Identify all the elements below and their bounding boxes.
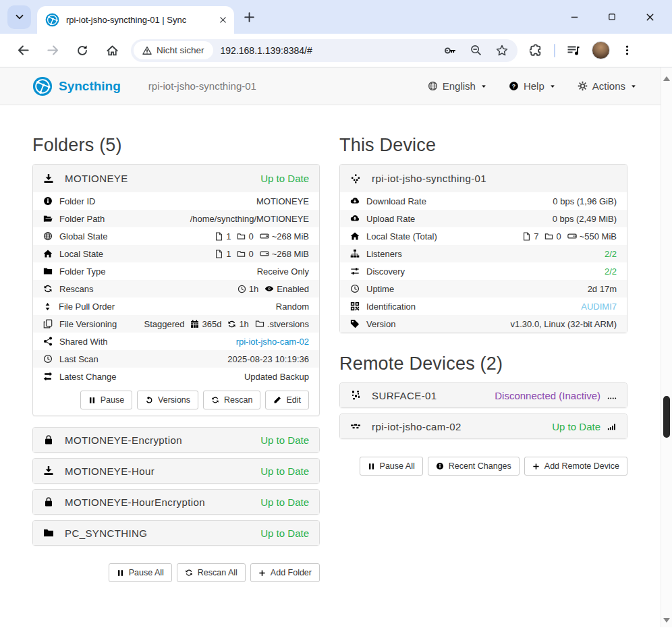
gear-icon <box>578 81 588 91</box>
media-playlist-icon[interactable] <box>567 44 580 57</box>
row-value: 1h Enabled <box>237 284 309 294</box>
password-key-icon[interactable] <box>444 45 456 57</box>
browser-menu-icon[interactable] <box>621 45 633 56</box>
hdd-icon <box>567 231 577 241</box>
row-label: File Pull Order <box>59 302 115 312</box>
table-row: File Pull Order Random <box>33 297 319 315</box>
reload-button[interactable] <box>74 42 90 59</box>
plus-icon <box>258 569 266 577</box>
table-row: Local State (Total) 7 0 ~550 MiB <box>340 227 627 245</box>
security-chip[interactable]: Nicht sicher <box>134 41 213 59</box>
size-value: ~550 MiB <box>580 231 617 241</box>
row-label: Local State <box>59 249 103 259</box>
remote-device-header[interactable]: SURFACE-01 Disconnected (Inactive) <box>340 383 627 407</box>
maximize-icon <box>607 12 617 22</box>
folder-panel-header[interactable]: PC_SYNCTHING Up to Date <box>33 521 319 545</box>
this-device-table: Download Rate 0 bps (1,96 GiB) Upload Ra… <box>340 192 627 333</box>
chevron-down-icon <box>14 11 25 22</box>
remote-device-header[interactable]: rpi-iot-jsho-cam-02 Up to Date <box>340 414 627 438</box>
profile-avatar[interactable] <box>592 41 610 59</box>
pause-icon <box>117 569 124 577</box>
versioning-path: .stversions <box>267 319 309 329</box>
scrollbar-thumb[interactable] <box>663 396 670 438</box>
edit-button[interactable]: Edit <box>265 391 309 409</box>
zoom-out-icon[interactable] <box>470 45 482 56</box>
this-device-header[interactable]: rpi-iot-jsho-syncthing-01 <box>340 165 627 192</box>
size-value: ~268 MiB <box>272 231 309 241</box>
row-value: Staggered 365d 1h .stversions <box>144 319 309 329</box>
add-remote-device-button[interactable]: Add Remote Device <box>524 457 627 476</box>
caret-down-icon <box>549 83 556 90</box>
folder-outline-icon <box>237 250 246 258</box>
home-icon <box>106 44 119 57</box>
scrollbar-down-arrow[interactable] <box>663 618 670 623</box>
this-device-panel: rpi-iot-jsho-syncthing-01 Download Rate … <box>339 164 627 333</box>
navbar-device-title: rpi-iot-jsho-syncthing-01 <box>148 80 256 92</box>
window-maximize-button[interactable] <box>603 8 621 26</box>
table-row: Global State 1 0 ~268 MiB <box>33 227 319 245</box>
shared-device-link[interactable]: rpi-iot-jsho-cam-02 <box>236 337 309 347</box>
folder-panel-header[interactable]: MOTIONEYE-Encryption Up to Date <box>33 428 319 452</box>
folder-panel-header[interactable]: MOTIONEYE-HourEncryption Up to Date <box>33 490 319 514</box>
browser-tab[interactable]: rpi-iot-jsho-syncthing-01 | Sync <box>37 6 234 34</box>
table-row: Version v1.30.0, Linux (32-bit ARM) <box>340 315 627 333</box>
folder-panel-header[interactable]: MOTIONEYE Up to Date <box>33 165 319 192</box>
actions-menu[interactable]: Actions <box>578 80 637 92</box>
folder-name: PC_SYNCTHING <box>65 527 147 539</box>
tab-close-button[interactable] <box>217 14 229 26</box>
devices-column: This Device rpi-iot-jsho-syncthing-01 Do… <box>339 105 627 582</box>
omnibox-icons <box>444 45 508 57</box>
forward-button[interactable] <box>45 42 61 59</box>
address-bar[interactable]: Nicht sicher 192.168.1.139:8384/# <box>131 39 517 62</box>
file-count: 7 <box>534 231 538 241</box>
folder-panel-footer: Pause Versions Rescan Edit <box>33 385 319 416</box>
row-value: Updated Backup <box>244 372 309 382</box>
scrollbar-up-arrow[interactable] <box>663 76 670 81</box>
window-close-button[interactable] <box>641 8 659 26</box>
plus-icon <box>244 11 255 23</box>
folder-panel-collapsed: MOTIONEYE-Encryption Up to Date <box>32 427 320 453</box>
page-scrollbar[interactable] <box>661 67 672 627</box>
row-label: Listeners <box>366 249 402 259</box>
window-minimize-button[interactable] <box>565 8 583 26</box>
pause-all-folders-button[interactable]: Pause All <box>109 563 172 582</box>
rescan-all-button[interactable]: Rescan All <box>177 563 246 582</box>
identification-link[interactable]: AUDIMI7 <box>581 302 617 312</box>
file-icon <box>215 250 223 258</box>
refresh-icon <box>185 569 193 577</box>
bookmark-star-icon[interactable] <box>496 45 508 57</box>
remote-device-name: SURFACE-01 <box>372 390 437 401</box>
row-value: 0 bps (2,49 MiB) <box>553 214 617 224</box>
globe-icon <box>428 81 438 91</box>
recent-changes-button[interactable]: Recent Changes <box>428 457 520 476</box>
pause-button[interactable]: Pause <box>80 391 132 409</box>
table-row: Folder Path /home/syncthing/MOTIONEYE <box>33 210 319 227</box>
back-button[interactable] <box>15 42 31 59</box>
recycle-icon <box>227 320 236 329</box>
extensions-puzzle-icon[interactable] <box>530 44 542 57</box>
url-text[interactable]: 192.168.1.139:8384/# <box>221 45 444 56</box>
language-menu[interactable]: English <box>428 80 487 92</box>
syncthing-brand[interactable]: Syncthing <box>32 76 121 96</box>
pause-all-devices-button[interactable]: Pause All <box>360 457 423 476</box>
browser-window: rpi-iot-jsho-syncthing-01 | Sync Nicht s… <box>0 0 672 67</box>
tab-search-button[interactable] <box>7 5 31 29</box>
folder-panel-collapsed: MOTIONEYE-Hour Up to Date <box>32 458 320 484</box>
row-label: File Versioning <box>59 319 117 329</box>
folder-name: MOTIONEYE <box>65 173 128 184</box>
row-label: Uptime <box>366 284 394 294</box>
home-button[interactable] <box>104 42 120 59</box>
versions-button[interactable]: Versions <box>137 391 198 409</box>
help-menu[interactable]: Help <box>509 80 556 92</box>
syncthing-favicon <box>45 13 59 27</box>
row-label: Version <box>366 319 395 329</box>
row-label: Discovery <box>366 266 405 277</box>
rescan-button[interactable]: Rescan <box>203 391 260 409</box>
add-folder-button[interactable]: Add Folder <box>250 563 320 582</box>
folder-panel-header[interactable]: MOTIONEYE-Hour Up to Date <box>33 459 319 483</box>
row-value: Random <box>276 302 309 312</box>
new-tab-button[interactable] <box>244 11 255 23</box>
remote-device-panel: rpi-iot-jsho-cam-02 Up to Date <box>339 413 627 439</box>
globe-icon <box>43 231 53 241</box>
warning-icon <box>142 46 152 55</box>
